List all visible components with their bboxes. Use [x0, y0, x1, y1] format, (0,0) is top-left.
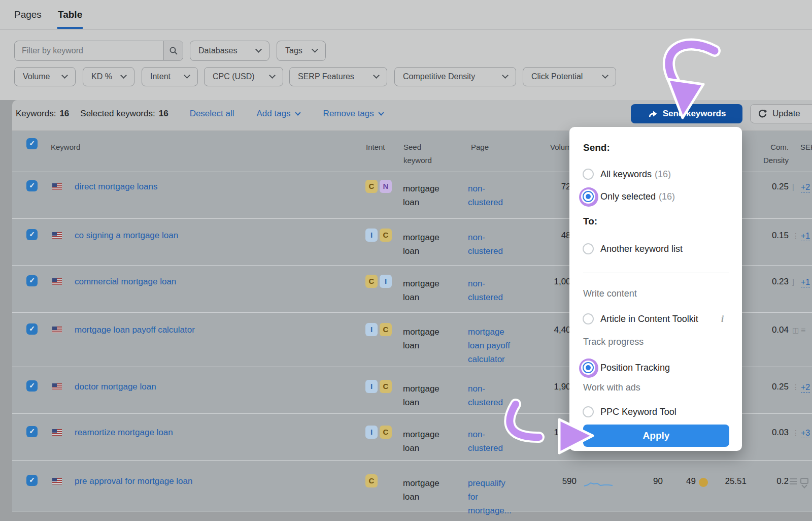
- selected-count: 16: [159, 109, 168, 119]
- volume-value: 480: [520, 231, 576, 241]
- row-checkbox[interactable]: [26, 475, 38, 486]
- keywords-count-label: Keywords:: [16, 109, 56, 119]
- keyword-link[interactable]: direct mortgage loans: [75, 182, 157, 192]
- volume-value: 1,000: [520, 277, 576, 287]
- all-keywords-option[interactable]: All keywords(16): [600, 169, 671, 180]
- keyword-filter-placeholder: Filter by keyword: [22, 46, 83, 55]
- work-with-ads-label: Work with ads: [583, 382, 640, 393]
- radio-article-toolkit[interactable]: [583, 313, 594, 324]
- intent-badge-informational: I: [380, 275, 392, 288]
- cpc-filter[interactable]: CPC (USD): [204, 67, 283, 86]
- intent-badge-informational: I: [365, 229, 378, 242]
- row-divider: [12, 460, 812, 461]
- cpc-label: CPC (USD): [213, 72, 255, 81]
- serp-feature-icon: ⋮: [792, 232, 800, 240]
- remove-tags-dropdown[interactable]: Remove tags: [323, 109, 383, 119]
- serp-features-filter[interactable]: SERP Features: [289, 67, 387, 86]
- active-tab-underline: [57, 27, 83, 29]
- row-checkbox[interactable]: [26, 180, 38, 191]
- col-volume: Volume: [525, 141, 576, 154]
- share-arrow-icon: [648, 109, 658, 118]
- volume-filter[interactable]: Volume: [14, 67, 76, 86]
- chevron-down-icon: [269, 72, 276, 79]
- article-toolkit-option[interactable]: Article in Content Toolkit: [600, 314, 698, 324]
- com-density-value: 0.23: [757, 277, 789, 287]
- update-button[interactable]: Update: [750, 104, 812, 123]
- keyword-filter-input[interactable]: Filter by keyword: [14, 41, 183, 61]
- chevron-down-icon: [378, 110, 384, 115]
- send-keywords-popup: Send: All keywords(16) Only selected(16)…: [569, 127, 742, 451]
- tab-pages[interactable]: Pages: [14, 9, 42, 20]
- competitive-density-filter[interactable]: Competitive Density: [394, 67, 516, 86]
- add-tags-label: Add tags: [257, 109, 291, 119]
- send-keywords-button[interactable]: Send keywords: [631, 104, 742, 123]
- radio-all-keywords[interactable]: [583, 169, 594, 180]
- serp-more-link[interactable]: +2: [801, 383, 810, 393]
- serp-more-link[interactable]: +1: [801, 232, 810, 241]
- databases-dropdown[interactable]: Databases: [190, 41, 269, 61]
- keywords-count: 16: [59, 109, 69, 119]
- serp-feature-icon: ⋮: [792, 429, 800, 437]
- serp-more-link[interactable]: +2: [801, 183, 810, 192]
- info-icon[interactable]: i: [721, 314, 724, 324]
- serp-more-link[interactable]: +1: [801, 278, 810, 287]
- tabs-divider: [0, 29, 812, 30]
- radio-ppc-tool[interactable]: [583, 406, 594, 417]
- volume-value: 590: [521, 476, 577, 486]
- com-density-value: 0.15: [757, 231, 789, 241]
- row-checkbox[interactable]: [26, 323, 38, 335]
- keyword-link[interactable]: mortgage loan payoff calculator: [75, 325, 195, 335]
- keyword-link[interactable]: co signing a mortgage loan: [75, 231, 178, 241]
- search-icon: [169, 46, 178, 55]
- seed-keyword: mortgageloan: [403, 476, 459, 504]
- send-keywords-label: Send keywords: [663, 109, 726, 119]
- serp-feature-icon: ≡: [801, 326, 805, 335]
- seed-keyword: mortgageloan: [403, 231, 459, 258]
- competitive-density-label: Competitive Density: [403, 72, 475, 81]
- keyword-link[interactable]: doctor mortgage loan: [75, 382, 156, 392]
- serp-more-link[interactable]: +3: [801, 429, 810, 438]
- keyword-link[interactable]: pre approval for mortgage loan: [75, 476, 192, 486]
- track-progress-label: Track progress: [583, 337, 644, 347]
- keyword-link[interactable]: reamortize mortgage loan: [75, 428, 173, 438]
- position-tracking-option[interactable]: Position Tracking: [600, 363, 670, 373]
- search-button[interactable]: [163, 41, 183, 60]
- seed-keyword: mortgageloan: [403, 428, 459, 455]
- apply-button[interactable]: Apply: [583, 425, 729, 447]
- intent-filter[interactable]: Intent: [142, 67, 198, 86]
- chevron-down-icon: [255, 46, 262, 53]
- only-selected-option[interactable]: Only selected(16): [600, 191, 675, 202]
- filter-section: Pages Table Filter by keyword Databases …: [0, 0, 812, 100]
- tags-dropdown[interactable]: Tags: [277, 41, 326, 61]
- ppc-tool-option[interactable]: PPC Keyword Tool: [600, 407, 676, 417]
- deselect-all-link[interactable]: Deselect all: [190, 109, 234, 119]
- row-checkbox[interactable]: [26, 380, 38, 392]
- seed-keyword: mortgageloan: [403, 325, 459, 352]
- keyword-link[interactable]: commercial mortgage loan: [75, 277, 176, 287]
- col-intent: Intent: [366, 141, 385, 154]
- row-divider: [12, 511, 812, 511]
- serp-feature-icon: ⋮: [792, 383, 800, 391]
- seed-keyword: mortgageloan: [403, 182, 459, 209]
- page-link[interactable]: prequalifyformortgage...: [468, 476, 529, 517]
- kd-value: 49: [670, 476, 696, 486]
- kd-filter[interactable]: KD %: [83, 67, 134, 86]
- click-potential-filter[interactable]: Click Potential: [523, 67, 616, 86]
- radio-only-selected[interactable]: [583, 191, 594, 202]
- radio-position-tracking[interactable]: [583, 362, 594, 373]
- radio-another-list[interactable]: [583, 243, 594, 254]
- refresh-icon: [758, 109, 767, 119]
- row-checkbox[interactable]: [26, 426, 38, 437]
- another-list-option[interactable]: Another keyword list: [600, 244, 683, 254]
- tab-table[interactable]: Table: [58, 9, 82, 20]
- intent-badge-navigational: N: [380, 180, 392, 193]
- chevron-down-icon: [502, 72, 509, 79]
- us-flag-icon: [52, 327, 62, 333]
- add-tags-dropdown[interactable]: Add tags: [257, 109, 300, 119]
- select-all-checkbox[interactable]: [26, 138, 38, 149]
- seed-keyword: mortgageloan: [403, 277, 459, 304]
- row-checkbox[interactable]: [26, 229, 38, 240]
- intent-badge-informational: I: [365, 426, 378, 439]
- databases-label: Databases: [198, 46, 238, 55]
- row-checkbox[interactable]: [26, 275, 38, 286]
